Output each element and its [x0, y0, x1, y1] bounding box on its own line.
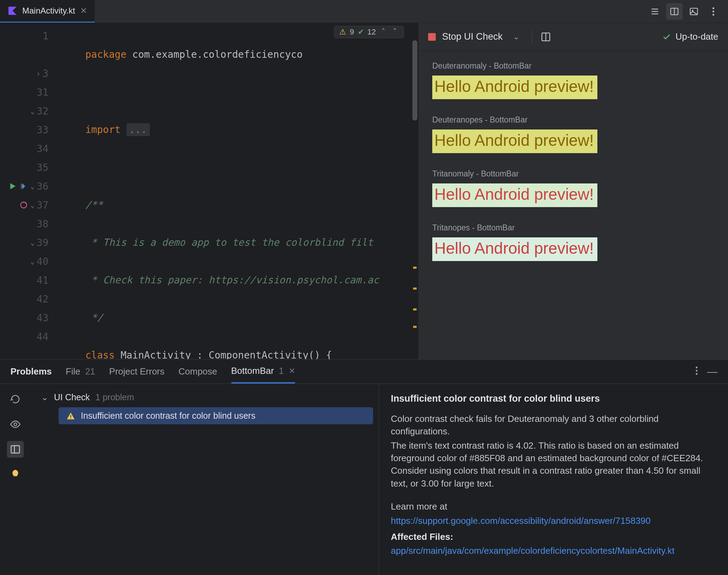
detail-text: The item's text contrast ratio is 4.02. … — [391, 439, 716, 490]
problems-tab-file[interactable]: File21 — [66, 360, 95, 384]
run-icon[interactable] — [8, 182, 17, 191]
chevron-down-icon[interactable]: ⌄ — [41, 392, 48, 402]
line-number: 41 — [37, 275, 48, 286]
editor-tab-mainactivity[interactable]: MainActivity.kt ✕ — [0, 0, 95, 23]
tab-label: Problems — [10, 366, 52, 377]
preview-caption: Tritanomaly - BottomBar — [432, 169, 714, 179]
warning-icon — [66, 411, 75, 420]
fold-icon[interactable]: ⌄ — [30, 238, 34, 247]
app-root: MainActivity.kt ✕ 1 ›3 31 — [0, 0, 728, 575]
code-editor[interactable]: 1 ›3 31 ⌄32 33 34 35 ⌄ 36 ⌄ 37 — [0, 23, 418, 359]
code-only-view-button[interactable] — [646, 3, 663, 20]
warning-marker[interactable] — [413, 267, 417, 269]
minimize-button[interactable]: — — [707, 366, 718, 378]
scroll-thumb[interactable] — [412, 40, 417, 120]
problems-tree[interactable]: ⌄ UI Check 1 problem Insufficient color … — [31, 384, 379, 575]
stop-icon — [428, 33, 436, 41]
preview-render: Hello Android preview! — [432, 237, 597, 261]
code-comment: */ — [85, 312, 103, 323]
stop-ui-check-button[interactable]: Stop UI Check — [442, 31, 503, 42]
tree-group[interactable]: ⌄ UI Check 1 problem — [34, 389, 375, 405]
line-number: 44 — [37, 331, 48, 342]
visibility-button[interactable] — [7, 416, 24, 433]
preview-item[interactable]: Deuteranopes - BottomBar Hello Android p… — [432, 115, 714, 153]
code-comment: * This is a demo app to test the colorbl… — [85, 237, 373, 248]
line-number: 33 — [37, 124, 48, 136]
tab-label: Project Errors — [109, 366, 164, 377]
folded-region[interactable]: ... — [126, 123, 150, 136]
problem-detail[interactable]: Insufficient color contrast for color bl… — [379, 384, 728, 575]
warning-marker[interactable] — [413, 308, 417, 310]
svg-point-11 — [696, 370, 697, 371]
code-keyword: package — [85, 49, 126, 60]
problems-tab-bottombar[interactable]: BottomBar1✕ — [231, 360, 295, 384]
editor-toolbar — [646, 3, 728, 20]
split-icon — [669, 7, 679, 16]
code-text: MainActivity — [121, 349, 191, 359]
warning-marker[interactable] — [413, 288, 417, 290]
problems-tabs: Problems File21 Project Errors Compose B… — [0, 360, 728, 384]
warning-marker[interactable] — [413, 326, 417, 328]
split-view-button[interactable] — [666, 3, 683, 20]
preview-caption: Deuteranopes - BottomBar — [432, 115, 714, 125]
check-icon — [662, 32, 671, 41]
line-number: 43 — [37, 312, 48, 324]
separator — [532, 31, 532, 43]
preview-body[interactable]: Deuteranomaly - BottomBar Hello Android … — [418, 51, 728, 359]
kotlin-file-icon — [8, 6, 17, 16]
line-number: 3 — [42, 68, 48, 79]
preview-render: Hello Android preview! — [432, 183, 597, 207]
code-comment: /** — [85, 199, 103, 211]
preview-item[interactable]: Deuteranomaly - BottomBar Hello Android … — [432, 61, 714, 99]
fold-icon[interactable]: ⌄ — [30, 107, 34, 115]
fold-icon[interactable]: › — [36, 69, 40, 78]
line-number: 42 — [37, 293, 48, 305]
line-number: 36 — [37, 181, 48, 192]
refresh-button[interactable] — [7, 391, 24, 408]
detail-title: Insufficient color contrast for color bl… — [391, 392, 716, 405]
close-icon[interactable]: ✕ — [80, 6, 87, 16]
code-keyword: class — [85, 349, 121, 359]
details-toggle-button[interactable] — [7, 441, 24, 458]
learn-more-link[interactable]: https://support.google.com/accessibility… — [391, 515, 651, 526]
line-number: 37 — [37, 199, 48, 211]
tab-label: Compose — [178, 366, 217, 377]
code-area[interactable]: package com.example.colordeficiencyco im… — [54, 23, 418, 359]
more-menu-button[interactable] — [705, 3, 722, 20]
compose-preview: Stop UI Check ⌄ Up-to-date Deuteranomaly… — [418, 23, 728, 359]
tab-label: File — [66, 366, 80, 377]
nav-icon[interactable] — [19, 182, 28, 191]
chevron-down-icon[interactable]: ⌄ — [509, 32, 524, 41]
problems-body: ⌄ UI Check 1 problem Insufficient color … — [0, 384, 728, 575]
preview-status: Up-to-date — [662, 31, 718, 42]
line-number: 1 — [42, 30, 48, 42]
inspection-summary[interactable]: ⚠9 ✔12 ˄ ˅ — [334, 26, 404, 38]
kebab-icon[interactable] — [695, 366, 698, 376]
eye-icon — [10, 419, 21, 430]
preview-item[interactable]: Tritanomaly - BottomBar Hello Android pr… — [432, 169, 714, 207]
kebab-icon — [712, 7, 715, 16]
fold-icon[interactable]: ⌄ — [30, 257, 34, 266]
problems-tab-compose[interactable]: Compose — [178, 360, 217, 384]
line-number: 38 — [37, 218, 48, 230]
preview-item[interactable]: Tritanopes - BottomBar Hello Android pre… — [432, 223, 714, 261]
fold-icon[interactable]: ⌄ — [30, 201, 34, 209]
chevron-up-icon[interactable]: ˄ — [379, 27, 387, 37]
line-gutter: 1 ›3 31 ⌄32 33 34 35 ⌄ 36 ⌄ 37 — [0, 23, 54, 359]
tab-count: 1 — [279, 365, 284, 376]
override-icon[interactable] — [19, 200, 28, 210]
code-text: : ComponentActivity() { — [191, 349, 332, 359]
editor-scrollbar[interactable] — [412, 23, 418, 359]
chevron-down-icon[interactable]: ˅ — [391, 27, 399, 37]
editor-tab-filename: MainActivity.kt — [22, 6, 75, 16]
close-icon[interactable]: ✕ — [289, 367, 295, 376]
tab-label: BottomBar — [231, 365, 274, 376]
group-count: 1 problem — [95, 392, 134, 402]
design-view-button[interactable] — [686, 3, 702, 20]
fold-icon[interactable]: ⌄ — [30, 182, 34, 190]
affected-file-link[interactable]: app/src/main/java/com/example/colordefic… — [391, 545, 675, 556]
problems-tab-project-errors[interactable]: Project Errors — [109, 360, 164, 384]
layout-icon[interactable] — [541, 32, 551, 42]
tree-issue-selected[interactable]: Insufficient color contrast for color bl… — [59, 407, 373, 424]
hint-button[interactable] — [7, 466, 24, 483]
